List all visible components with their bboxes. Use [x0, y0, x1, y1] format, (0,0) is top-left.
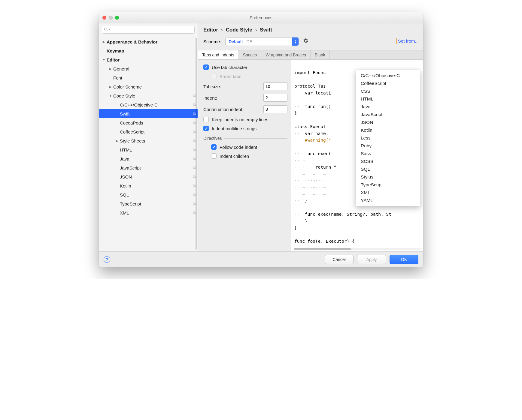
sidebar-item-swift[interactable]: Swift⧉	[99, 109, 198, 118]
tab-tabs-and-indents[interactable]: Tabs and Indents	[198, 50, 239, 59]
checkbox-checked-icon: ✓	[203, 64, 209, 70]
disclosure-icon: ▼	[108, 94, 113, 98]
checkbox-checked-icon: ✓	[211, 144, 217, 150]
menu-item-javascript[interactable]: JavaScript	[356, 111, 420, 118]
sidebar-item-keymap[interactable]: Keymap	[99, 46, 198, 55]
footer: ? Cancel Apply OK	[99, 251, 423, 267]
copy-icon: ⧉	[193, 139, 196, 143]
sidebar-item-label: Color Scheme	[113, 84, 142, 89]
sidebar-item-sql[interactable]: SQL⧉	[99, 190, 198, 199]
menu-item-sass[interactable]: Sass	[356, 150, 420, 158]
sidebar-item-code-style[interactable]: ▼Code Style⧉	[99, 91, 198, 100]
disclosure-icon: ▼	[102, 58, 106, 62]
sidebar-item-label: Kotlin	[120, 183, 131, 188]
use-tab-checkbox[interactable]: ✓ Use tab character	[203, 64, 287, 70]
continuation-input[interactable]	[263, 105, 287, 113]
keep-indents-checkbox[interactable]: Keep indents on empty lines	[203, 117, 287, 122]
select-stepper-icon: ▲▼	[292, 38, 299, 46]
sidebar-item-appearance-behavior[interactable]: ▶Appearance & Behavior	[99, 37, 198, 46]
horizontal-scrollbar[interactable]	[294, 248, 421, 250]
options-panel: ✓ Use tab character Smart tabs Tab size:…	[198, 60, 291, 251]
svg-line-1	[107, 30, 108, 31]
sidebar-item-javascript[interactable]: JavaScript⧉	[99, 163, 198, 172]
copy-icon: ⧉	[193, 202, 196, 206]
menu-item-css[interactable]: CSS	[356, 87, 420, 95]
tab-spaces[interactable]: Spaces	[239, 50, 262, 59]
disclosure-icon: ▶	[102, 40, 106, 44]
minimize-icon[interactable]	[109, 16, 113, 20]
menu-item-coffeescript[interactable]: CoffeeScript	[356, 80, 420, 87]
sidebar-item-kotlin[interactable]: Kotlin⧉	[99, 181, 198, 190]
menu-item-json[interactable]: JSON	[356, 118, 420, 126]
sidebar-item-font[interactable]: Font	[99, 73, 198, 82]
follow-indent-checkbox[interactable]: ✓ Follow code indent	[211, 144, 287, 150]
sidebar-item-label: Appearance & Behavior	[107, 39, 157, 44]
menu-item-java[interactable]: Java	[356, 103, 420, 111]
cancel-button[interactable]: Cancel	[325, 255, 354, 264]
ok-button[interactable]: OK	[390, 255, 418, 264]
sidebar-item-editor[interactable]: ▼Editor	[99, 55, 198, 64]
apply-button[interactable]: Apply	[357, 255, 386, 264]
sidebar-item-c-c-objective-c[interactable]: C/C++/Objective-C⧉	[99, 100, 198, 109]
menu-item-sql[interactable]: SQL	[356, 165, 420, 173]
sidebar-item-cocoapods[interactable]: CocoaPods⧉	[99, 118, 198, 127]
tab-size-label: Tab size:	[203, 84, 221, 89]
sidebar-item-coffeescript[interactable]: CoffeeScript⧉	[99, 127, 198, 136]
menu-item-xml[interactable]: XML	[356, 189, 420, 196]
menu-item-c-c-objective-c[interactable]: C/C++/Objective-C	[356, 72, 420, 80]
sidebar-item-label: Code Style	[113, 93, 135, 98]
search-input[interactable]: ▾	[102, 26, 195, 34]
sidebar-item-label: SQL	[120, 192, 129, 197]
sidebar-item-label: XML	[120, 210, 129, 215]
menu-item-kotlin[interactable]: Kotlin	[356, 126, 420, 134]
window-controls	[102, 16, 119, 20]
sidebar-item-label: JSON	[120, 174, 132, 179]
continuation-label: Continuation indent:	[203, 107, 243, 112]
gear-icon[interactable]	[303, 38, 308, 45]
menu-item-scss[interactable]: SCSS	[356, 158, 420, 165]
tab-blank-[interactable]: Blank	[311, 50, 330, 59]
preferences-window: Preferences ▾ ▶Appearance & BehaviorKeym…	[99, 12, 423, 267]
sidebar-item-html[interactable]: HTML⧉	[99, 145, 198, 154]
menu-item-less[interactable]: Less	[356, 134, 420, 142]
copy-icon: ⧉	[193, 103, 196, 107]
indent-input[interactable]	[263, 94, 287, 102]
sidebar-item-xml[interactable]: XML⧉	[99, 208, 198, 217]
sidebar-item-style-sheets[interactable]: ▶Style Sheets⧉	[99, 136, 198, 145]
sidebar-item-label: TypeScript	[120, 201, 141, 206]
set-from-link[interactable]: Set from...	[396, 38, 420, 44]
indent-children-checkbox[interactable]: Indent children	[211, 153, 287, 159]
chevron-down-icon: ▾	[109, 28, 111, 31]
zoom-icon[interactable]	[115, 16, 119, 20]
indent-label: Indent:	[203, 95, 217, 100]
disclosure-icon: ▶	[108, 67, 113, 70]
sidebar-item-java[interactable]: Java⧉	[99, 154, 198, 163]
copy-icon: ⧉	[193, 175, 196, 179]
sidebar-item-json[interactable]: JSON⧉	[99, 172, 198, 181]
checkbox-icon	[211, 153, 217, 159]
close-icon[interactable]	[102, 16, 106, 20]
sidebar-item-general[interactable]: ▶General	[99, 64, 198, 73]
disclosure-icon: ▶	[108, 85, 113, 88]
multiline-checkbox[interactable]: ✓ Indent multiline strings	[203, 126, 287, 131]
menu-item-html[interactable]: HTML	[356, 95, 420, 103]
disclosure-icon: ▶	[115, 139, 119, 142]
titlebar: Preferences	[99, 12, 423, 23]
copy-icon: ⧉	[193, 166, 196, 170]
search-icon	[104, 27, 108, 32]
smart-tabs-checkbox[interactable]: Smart tabs	[211, 74, 287, 79]
tab-wrapping-and-braces[interactable]: Wrapping and Braces	[261, 50, 310, 59]
tab-size-input[interactable]	[263, 82, 287, 90]
copy-icon: ⧉	[193, 184, 196, 188]
window-title: Preferences	[250, 15, 272, 20]
settings-tree: ▶Appearance & BehaviorKeymap▼Editor▶Gene…	[99, 36, 198, 251]
sidebar-item-color-scheme[interactable]: ▶Color Scheme	[99, 82, 198, 91]
menu-item-typescript[interactable]: TypeScript	[356, 181, 420, 189]
menu-item-yaml[interactable]: YAML	[356, 196, 420, 204]
checkbox-icon	[211, 74, 217, 79]
sidebar-item-typescript[interactable]: TypeScript⧉	[99, 199, 198, 208]
help-icon[interactable]: ?	[104, 256, 110, 263]
scheme-select[interactable]: Default IDE ▲▼	[225, 37, 299, 46]
menu-item-stylus[interactable]: Stylus	[356, 173, 420, 181]
menu-item-ruby[interactable]: Ruby	[356, 142, 420, 150]
